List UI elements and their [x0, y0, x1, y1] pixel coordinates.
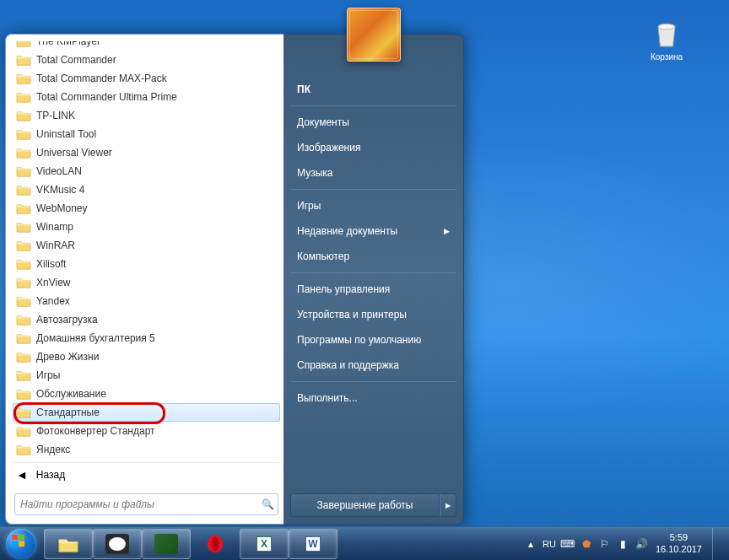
program-folder-item[interactable]: Фотоконвертер Стандарт [13, 422, 280, 440]
right-menu-label: Программы по умолчанию [297, 334, 421, 346]
program-folder-label: Яндекс [36, 444, 70, 455]
program-folder-item[interactable]: Xilisoft [13, 255, 280, 273]
program-folder-item[interactable]: Стандартные [13, 403, 280, 422]
program-folder-item[interactable]: TP-LINK [13, 106, 280, 125]
right-menu-item[interactable]: Изображения [284, 135, 463, 160]
tray-keyboard-icon[interactable]: ⌨ [561, 537, 575, 551]
back-button[interactable]: ◄ Назад [13, 462, 280, 487]
folder-icon [16, 146, 31, 159]
program-folder-label: Фотоконвертер Стандарт [36, 425, 155, 437]
right-menu-item[interactable]: Компьютер [284, 244, 463, 269]
right-menu-label: ПК [297, 83, 310, 95]
menu-separator [290, 381, 456, 382]
program-folder-item[interactable]: Total Commander MAX-Pack [13, 69, 280, 88]
program-folder-item[interactable]: The KMPlayer [13, 41, 280, 51]
tray-time-text: 5:59 [656, 532, 702, 543]
program-folder-label: Стандартные [36, 407, 100, 418]
program-folder-item[interactable]: Игры [13, 366, 280, 385]
program-folder-item[interactable]: WebMoney [13, 199, 280, 218]
shutdown-row: Завершение работы ▶ [290, 493, 456, 517]
right-menu-label: Справка и поддержка [297, 359, 399, 371]
tray-language[interactable]: RU [543, 537, 556, 551]
shutdown-options-button[interactable]: ▶ [440, 493, 456, 517]
right-menu-item[interactable]: ПК [284, 77, 463, 102]
programs-list[interactable]: The KMPlayerTotal CommanderTotal Command… [13, 41, 280, 459]
back-arrow-icon: ◄ [16, 468, 28, 482]
program-folder-item[interactable]: Древо Жизни [13, 347, 280, 366]
program-folder-item[interactable]: VideoLAN [13, 162, 280, 180]
tray-volume-icon[interactable]: 🔊 [635, 537, 649, 551]
program-folder-item[interactable]: WinRAR [13, 236, 280, 255]
right-menu-item[interactable]: Устройства и принтеры [284, 302, 463, 327]
search-box[interactable]: 🔍 [14, 493, 278, 515]
menu-separator [290, 105, 456, 106]
tray-shield-icon[interactable]: ⬟ [580, 537, 593, 551]
search-input[interactable] [19, 496, 262, 513]
right-menu-item[interactable]: Программы по умолчанию [284, 327, 463, 353]
taskbar-explorer[interactable] [44, 529, 93, 559]
folder-icon [16, 424, 31, 438]
tray-date-text: 16.10.2017 [656, 544, 702, 555]
taskbar-opera[interactable] [191, 529, 240, 559]
program-folder-label: XnView [36, 277, 70, 288]
right-menu-item[interactable]: Игры [284, 193, 463, 218]
folder-icon [16, 257, 31, 271]
program-folder-item[interactable]: Обслуживание [13, 385, 280, 403]
program-folder-item[interactable]: Total Commander Ultima Prime [13, 88, 280, 106]
submenu-arrow-icon: ▶ [444, 227, 450, 235]
program-folder-item[interactable]: VKMusic 4 [13, 180, 280, 199]
svg-text:X: X [261, 538, 267, 550]
right-menu-label: Документы [297, 116, 349, 128]
tray-flag-icon[interactable]: ⚐ [598, 537, 612, 551]
program-folder-item[interactable]: Uninstall Tool [13, 125, 280, 143]
panda-icon [105, 534, 129, 554]
taskbar-word[interactable]: W [289, 529, 338, 559]
program-folder-label: Total Commander [36, 54, 116, 66]
folder-icon [16, 350, 31, 363]
show-desktop-button[interactable] [712, 528, 721, 560]
right-menu-item[interactable]: Выполнить... [284, 385, 463, 411]
right-menu-item[interactable]: Музыка [284, 160, 463, 186]
taskbar-pinned-apps: X W [44, 529, 338, 559]
right-menu-item[interactable]: Справка и поддержка [284, 353, 463, 378]
back-label: Назад [36, 469, 65, 481]
program-folder-label: Обслуживание [36, 388, 106, 400]
program-folder-label: Домашняя бухгалтерия 5 [36, 332, 155, 344]
system-tray: ▴ RU ⌨ ⬟ ⚐ ▮ 🔊 5:59 16.10.2017 [524, 528, 726, 560]
program-folder-item[interactable]: Total Commander [13, 51, 280, 69]
program-folder-label: Автозагрузка [36, 314, 98, 326]
program-folder-item[interactable]: Winamp [13, 218, 280, 236]
folder-icon [16, 41, 31, 48]
program-folder-item[interactable]: Домашняя бухгалтерия 5 [13, 329, 280, 347]
all-programs-panel: The KMPlayerTotal CommanderTotal Command… [13, 41, 280, 459]
recycle-bin[interactable]: Корзина [646, 17, 687, 64]
tray-show-hidden-icon[interactable]: ▴ [524, 537, 537, 551]
tray-network-icon[interactable]: ▮ [617, 537, 630, 551]
user-avatar[interactable] [347, 8, 401, 62]
program-folder-item[interactable]: Yandex [13, 292, 280, 310]
program-folder-item[interactable]: Universal Viewer [13, 143, 280, 162]
program-folder-label: Universal Viewer [36, 147, 112, 159]
start-button[interactable] [3, 529, 39, 559]
folder-icon [16, 53, 31, 67]
shutdown-button[interactable]: Завершение работы [290, 493, 440, 517]
taskbar-app-utility[interactable] [142, 529, 191, 559]
taskbar-excel[interactable]: X [240, 529, 289, 559]
program-folder-label: Игры [36, 369, 60, 381]
right-menu-label: Устройства и принтеры [297, 309, 407, 320]
menu-separator [290, 272, 456, 273]
taskbar-app-panda[interactable] [93, 529, 142, 559]
tray-clock[interactable]: 5:59 16.10.2017 [656, 532, 702, 554]
program-folder-label: The KMPlayer [36, 41, 100, 47]
program-folder-item[interactable]: XnView [13, 273, 280, 292]
recycle-bin-icon [650, 17, 683, 51]
program-folder-label: WebMoney [36, 202, 87, 214]
right-menu-item[interactable]: Недавние документы▶ [284, 218, 463, 244]
folder-icon [57, 534, 80, 554]
program-folder-item[interactable]: Автозагрузка [13, 310, 280, 329]
folder-icon [16, 109, 31, 122]
right-menu-item[interactable]: Панель управления [284, 277, 463, 302]
right-menu-item[interactable]: Документы [284, 110, 463, 135]
utility-icon [154, 534, 178, 554]
program-folder-item[interactable]: Яндекс [13, 440, 280, 459]
